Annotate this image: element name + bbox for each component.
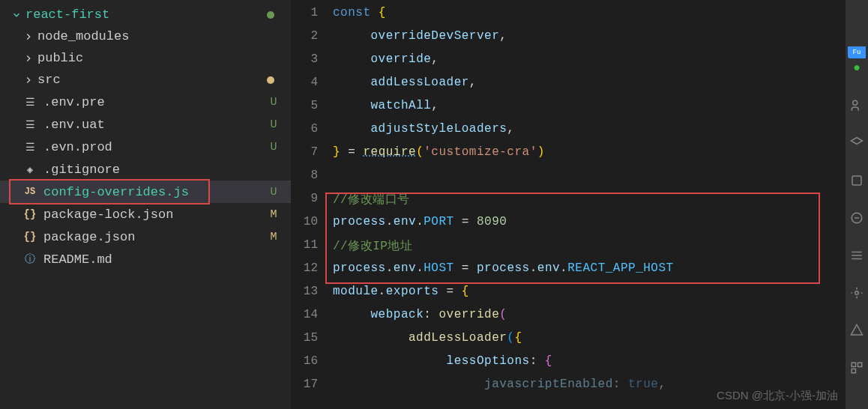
code-line: addLessLoader({: [333, 327, 846, 351]
svg-rect-1: [852, 176, 861, 185]
tree-item-label: config-overrides.js: [43, 185, 189, 199]
svg-rect-5: [852, 363, 855, 366]
tree-item-label: README.md: [43, 252, 112, 267]
code-line: adjustStyleLoaders,: [333, 118, 846, 142]
rail-badge-icon[interactable]: Fu: [848, 46, 866, 58]
tree-item-label: public: [37, 51, 83, 65]
tree-item-label: node_modules: [37, 29, 129, 43]
code-line: //修改IP地址: [333, 234, 846, 258]
code-line: module.exports = {: [333, 281, 846, 304]
rail-icon[interactable]: ●: [849, 60, 865, 76]
tree-item-label: package-lock.json: [43, 207, 173, 222]
tree-item-env-pre[interactable]: ☰ .env.pre U: [0, 91, 291, 113]
rail-icon[interactable]: [849, 97, 865, 114]
file-icon: ☰: [22, 117, 37, 132]
tree-item-env-uat[interactable]: ☰ .env.uat U: [0, 113, 291, 136]
info-icon: ⓘ: [22, 252, 37, 267]
git-status-badge: U: [267, 141, 280, 154]
tree-item-src[interactable]: src: [0, 69, 291, 91]
code-line: lessOptions: {: [333, 351, 846, 374]
tree-item-label: .env.uat: [43, 118, 105, 132]
chevron-down-icon: [10, 9, 22, 21]
code-line: //修改端口号: [333, 188, 846, 211]
svg-rect-7: [852, 369, 855, 373]
rail-icon[interactable]: [849, 285, 865, 301]
git-status-badge: M: [267, 231, 280, 243]
code-line: overrideDevServer,: [333, 25, 846, 49]
code-editor[interactable]: 1 2 3 4 5 6 7 8 9 10 11 12 13 14 15 16 1…: [291, 0, 846, 409]
tree-item-label: src: [37, 73, 61, 87]
tree-item-env-prod[interactable]: ☰ .evn.prod U: [0, 136, 291, 158]
tree-item-label: .env.pre: [43, 95, 105, 109]
git-status-badge: M: [267, 208, 280, 221]
code-line: addLessLoader,: [333, 72, 846, 95]
tree-item-public[interactable]: public: [0, 47, 291, 69]
rail-icon[interactable]: [849, 172, 865, 189]
rail-icon[interactable]: [849, 360, 865, 376]
tree-root[interactable]: react-first: [0, 4, 291, 25]
file-explorer[interactable]: react-first node_modules public src ☰ .e…: [0, 0, 291, 409]
right-toolbar: Fu ●: [846, 0, 868, 409]
tree-item-node-modules[interactable]: node_modules: [0, 25, 291, 47]
tree-root-label: react-first: [25, 7, 109, 22]
json-file-icon: {}: [22, 207, 37, 222]
code-line: override,: [333, 49, 846, 72]
rail-icon[interactable]: [849, 322, 865, 339]
tree-item-readme[interactable]: ⓘ README.md: [0, 248, 291, 270]
tree-item-config-overrides[interactable]: JS config-overrides.js U: [0, 181, 291, 203]
git-status-badge: U: [267, 118, 280, 131]
svg-rect-6: [858, 363, 862, 366]
tree-item-label: .evn.prod: [43, 140, 112, 154]
file-icon: ☰: [22, 139, 37, 154]
code-line: [333, 165, 846, 188]
line-gutter: 1 2 3 4 5 6 7 8 9 10 11 12 13 14 15 16 1…: [291, 0, 333, 409]
svg-point-0: [853, 100, 858, 105]
git-status-badge: U: [267, 96, 280, 109]
tree-item-package-lock[interactable]: {} package-lock.json M: [0, 203, 291, 225]
svg-point-3: [855, 291, 859, 295]
rail-icon[interactable]: [849, 135, 865, 151]
svg-marker-4: [852, 325, 863, 336]
code-line: watchAll,: [333, 95, 846, 118]
file-icon: ☰: [22, 94, 37, 109]
code-line: webpack: override(: [333, 304, 846, 327]
git-status-badge: U: [267, 186, 280, 199]
watermark-text: CSDN @北京-小强-加油: [717, 389, 838, 403]
tree-item-label: package.json: [43, 230, 135, 244]
status-dot-icon: [267, 11, 274, 19]
tree-item-gitignore[interactable]: ◈ .gitignore: [0, 158, 291, 181]
js-file-icon: JS: [22, 184, 37, 199]
code-line: const {: [333, 2, 846, 25]
code-line: process.env.HOST = process.env.REACT_APP…: [333, 258, 846, 281]
status-dot-icon: [267, 76, 274, 84]
chevron-right-icon: [22, 52, 34, 64]
chevron-right-icon: [22, 74, 34, 86]
code-content[interactable]: const { overrideDevServer, override, add…: [333, 0, 846, 409]
chevron-right-icon: [22, 31, 34, 43]
code-line: } = require('customize-cra'): [333, 142, 846, 165]
rail-icon[interactable]: [849, 210, 865, 226]
json-file-icon: {}: [22, 229, 37, 244]
code-line: process.env.PORT = 8090: [333, 211, 846, 234]
gitignore-icon: ◈: [22, 162, 37, 177]
tree-item-label: .gitignore: [43, 163, 120, 177]
rail-icon[interactable]: [849, 247, 865, 264]
tree-item-package-json[interactable]: {} package.json M: [0, 225, 291, 248]
